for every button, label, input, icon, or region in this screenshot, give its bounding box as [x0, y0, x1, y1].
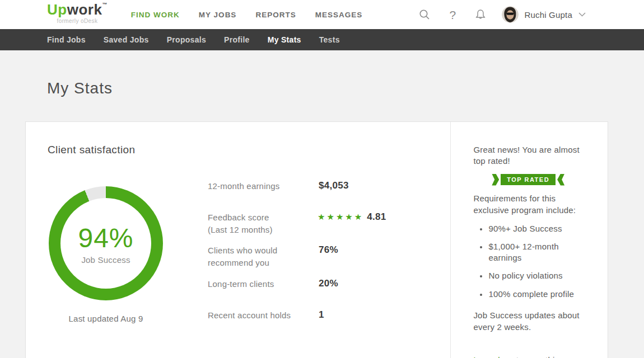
upwork-logo[interactable]: Upwork™ formerly oDesk — [47, 2, 108, 24]
requirements-list: 90%+ Job Success $1,000+ 12-month earnin… — [488, 223, 583, 300]
feedback-score-number: 4.81 — [367, 211, 386, 222]
top-rated-sidebar: Great news! You are almost top rated! TO… — [450, 122, 608, 358]
logo-tagline: formerly oDesk — [47, 18, 108, 24]
ribbon-right-icon — [557, 174, 564, 186]
main-nav: FIND WORK MY JOBS REPORTS MESSAGES — [131, 11, 362, 19]
top-rated-badge: TOP RATED — [473, 174, 583, 186]
logo-work-text: work — [67, 1, 102, 18]
subnav-my-stats[interactable]: My Stats — [268, 35, 301, 44]
nav-find-work[interactable]: FIND WORK — [131, 11, 180, 19]
upwork-logo-word: Upwork™ — [47, 2, 108, 17]
stat-label: Feedback score (Last 12 months) — [208, 211, 304, 236]
nav-messages[interactable]: MESSAGES — [315, 11, 363, 19]
stat-value: 1 — [319, 309, 324, 322]
stats-list: 12-month earnings $4,053 Feedback score … — [208, 178, 386, 323]
top-rated-badge-label: TOP RATED — [501, 174, 556, 185]
subnav-find-jobs[interactable]: Find Jobs — [47, 35, 86, 44]
logo-up-text: Up — [47, 1, 67, 18]
subnav-saved-jobs[interactable]: Saved Jobs — [104, 35, 149, 44]
update-note: Job Success updates about every 2 weeks. — [473, 309, 583, 333]
notifications-bell-icon[interactable] — [474, 8, 487, 21]
learn-how-link[interactable]: Learn how — [473, 355, 514, 358]
stat-row-earnings: 12-month earnings $4,053 — [208, 180, 386, 192]
stat-label: 12-month earnings — [208, 180, 304, 192]
user-name: Ruchi Gupta — [524, 10, 572, 20]
nav-my-jobs[interactable]: MY JOBS — [199, 11, 237, 19]
section-heading: Client satisfaction — [48, 144, 450, 156]
stat-row-account-holds: Recent account holds 1 — [208, 309, 386, 322]
header-right-group: ? Ruchi Gupta — [418, 6, 586, 23]
requirement-item: $1,000+ 12-month earnings — [488, 241, 583, 264]
stat-label: Clients who would recommend you — [208, 244, 304, 269]
freelancer-subnav: Find Jobs Saved Jobs Proposals Profile M… — [0, 29, 644, 50]
stat-label: Long-term clients — [208, 278, 304, 290]
job-success-donut: 94% Job Success — [49, 186, 163, 300]
learn-how-paragraph: Learn how to earn this freelancer badge … — [473, 355, 583, 358]
stat-row-recommend: Clients who would recommend you 76% — [208, 244, 386, 269]
last-updated-caption: Last updated Aug 9 — [49, 314, 163, 323]
stat-label: Recent account holds — [208, 309, 304, 322]
stat-row-feedback-score: Feedback score (Last 12 months) ★★★★★4.8… — [208, 211, 386, 236]
subnav-tests[interactable]: Tests — [319, 35, 340, 44]
top-rated-intro: Great news! You are almost top rated! — [473, 144, 583, 167]
chevron-down-icon[interactable] — [578, 8, 586, 21]
job-success-label: Job Success — [81, 255, 130, 265]
user-avatar[interactable] — [502, 6, 519, 23]
requirements-heading: Requirements for this exclusive program … — [473, 192, 583, 216]
requirement-item: 90%+ Job Success — [488, 223, 583, 234]
stat-value: $4,053 — [319, 180, 349, 192]
top-header: Upwork™ formerly oDesk FIND WORK MY JOBS… — [0, 0, 644, 29]
client-satisfaction-main: Client satisfaction 94% Job Success Last… — [26, 122, 450, 358]
client-satisfaction-card: Client satisfaction 94% Job Success Last… — [25, 121, 608, 358]
logo-trademark: ™ — [102, 2, 108, 7]
job-success-percent: 94% — [78, 223, 133, 253]
star-rating-icon: ★★★★★ — [318, 212, 363, 222]
page-title: My Stats — [47, 79, 644, 97]
stat-value: ★★★★★4.81 — [318, 211, 386, 236]
account-menu[interactable]: Ruchi Gupta — [502, 6, 586, 23]
requirement-item: 100% complete profile — [488, 289, 583, 300]
nav-reports[interactable]: REPORTS — [255, 11, 296, 19]
job-success-donut-block: 94% Job Success Last updated Aug 9 — [48, 178, 186, 323]
requirement-item: No policy violations — [488, 270, 583, 281]
stat-row-long-term: Long-term clients 20% — [208, 278, 386, 290]
stat-value: 20% — [319, 278, 338, 290]
ribbon-left-icon — [492, 174, 499, 186]
subnav-profile[interactable]: Profile — [224, 35, 250, 44]
stat-value: 76% — [319, 244, 338, 269]
subnav-proposals[interactable]: Proposals — [167, 35, 206, 44]
search-icon[interactable] — [418, 8, 431, 21]
help-icon[interactable]: ? — [446, 8, 459, 21]
